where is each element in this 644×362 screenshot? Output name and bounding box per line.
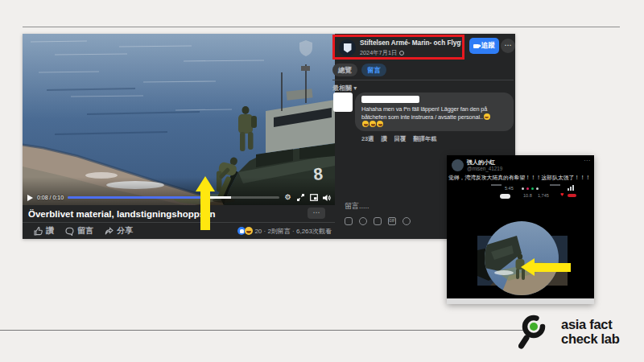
laugh-reaction-icon <box>245 227 253 235</box>
xpost-handle: @misen_41219 <box>467 166 502 171</box>
commenter-name-blurred <box>361 96 419 103</box>
tab-comments[interactable]: 留言 <box>361 64 386 76</box>
comment-meta: 23週 讚 回覆 翻譯年糕 <box>361 135 437 143</box>
video-time: 0:08 / 0:10 <box>37 195 64 200</box>
comment-emoji-row <box>361 121 507 129</box>
sticker-icon[interactable] <box>402 217 411 225</box>
blurred-button <box>500 194 510 199</box>
gif-icon[interactable]: GIF <box>388 217 396 225</box>
dot-icon <box>536 187 539 190</box>
chevron-down-icon: ▾ <box>353 84 357 92</box>
xpost-more-icon[interactable]: ⋯ <box>584 157 590 164</box>
video-controls: 0:08 / 0:10 ⚙ <box>27 192 331 203</box>
logo-divider-line <box>0 330 523 331</box>
dot-icon <box>531 187 534 190</box>
xpost-stat: 1,745 <box>538 193 549 198</box>
comment-input[interactable]: 留言..... <box>345 201 369 212</box>
xpost-avatar <box>452 159 464 171</box>
comment-toolbar: GIF <box>345 217 411 225</box>
red-annotation-box: Stiftelsen Armé- Marin- och Flygfilm 202… <box>332 35 464 60</box>
emoji-icon <box>362 121 369 127</box>
divider <box>550 184 560 186</box>
video-frame: 8 <box>23 34 335 205</box>
logo-wordmark: asia fact check lab <box>561 317 620 346</box>
share-button[interactable]: 分享 <box>105 225 133 237</box>
follow-button[interactable]: 追蹤 <box>469 38 499 54</box>
emoji-icon <box>484 113 490 120</box>
comment-button[interactable]: 留言 <box>65 225 93 237</box>
page-avatar[interactable] <box>339 39 356 56</box>
sort-dropdown[interactable]: 最相關 ▾ <box>332 84 357 93</box>
divider <box>332 80 514 80</box>
comment-text: båtchefen som inte instruera / avsatte p… <box>361 113 507 121</box>
xpost-text: 觉得，湾湾反攻大陆真的有希望！！！这部队太强了！！！ <box>448 174 593 182</box>
comment-translate-link[interactable]: 翻譯年糕 <box>413 135 436 143</box>
avatar-sticker-icon[interactable] <box>345 217 353 225</box>
shield-icon <box>344 43 352 53</box>
dot-icon <box>526 187 529 190</box>
post-date: 2024年7月1日 <box>360 49 404 57</box>
xpost-panel: 强人的小红 @misen_41219 ⋯ 觉得，湾湾反攻大陆真的有希望！！！这部… <box>447 155 594 304</box>
page: 8 <box>0 0 644 362</box>
xpost-stat: 10.8 <box>523 193 532 198</box>
video-progress-bar[interactable] <box>68 196 279 199</box>
divider <box>491 184 502 186</box>
globe-icon <box>399 51 404 56</box>
header-more-button[interactable]: ⋯ <box>501 39 515 53</box>
heart-icon[interactable]: ♥ <box>560 191 564 197</box>
emoji-icon <box>369 121 376 127</box>
post-stats: 20 · 2則留言 · 6,263次觀看 <box>237 223 332 239</box>
camera-icon[interactable] <box>374 217 382 225</box>
magnifier-logo-icon <box>518 314 551 349</box>
post-action-row: 讚 留言 分享 20 · 2則留言 · 6,263次觀看 <box>23 223 335 239</box>
commenter-avatar-blurred <box>333 93 353 112</box>
annotation-arrow-left <box>521 258 571 276</box>
screenshot-bottom-strip <box>447 298 594 304</box>
comment-bubble: Hahaha men va f*n fäll läppen! Lägger fa… <box>355 93 514 131</box>
top-divider <box>23 27 620 27</box>
signal-bars-icon <box>568 185 574 191</box>
pip-icon[interactable] <box>309 193 318 202</box>
like-button[interactable]: 讚 <box>34 225 54 237</box>
tab-overview[interactable]: 總覽 <box>332 64 357 76</box>
emoji-icon <box>377 121 383 127</box>
xpost-video-duration: 5:45 <box>505 186 514 191</box>
facebook-post-panel: 8 <box>23 34 515 239</box>
video-title-row: Överblivet material, landstigningshoppsa… <box>23 205 335 222</box>
video-title: Överblivet material, landstigningshoppsa… <box>23 209 216 219</box>
settings-icon[interactable]: ⚙ <box>283 193 292 202</box>
page-name[interactable]: Stiftelsen Armé- Marin- och Flygfilm <box>360 39 461 47</box>
like-count-badge <box>568 194 576 197</box>
comment-like-link[interactable]: 讚 <box>381 135 386 143</box>
video-more-button[interactable]: ⋯ <box>308 208 325 219</box>
emoji-picker-icon[interactable] <box>359 217 367 225</box>
fullscreen-icon[interactable] <box>296 193 305 202</box>
video-player[interactable]: 8 <box>23 34 335 205</box>
play-icon[interactable] <box>27 195 33 201</box>
annotation-arrow-up <box>196 176 215 230</box>
video-camera-icon <box>473 44 479 48</box>
comment-reply-link[interactable]: 回覆 <box>394 135 407 143</box>
dot-icon <box>522 187 524 190</box>
comment-text: Hahaha men va f*n fäll läppen! Lägger fa… <box>361 105 507 113</box>
volume-icon[interactable] <box>322 193 331 202</box>
